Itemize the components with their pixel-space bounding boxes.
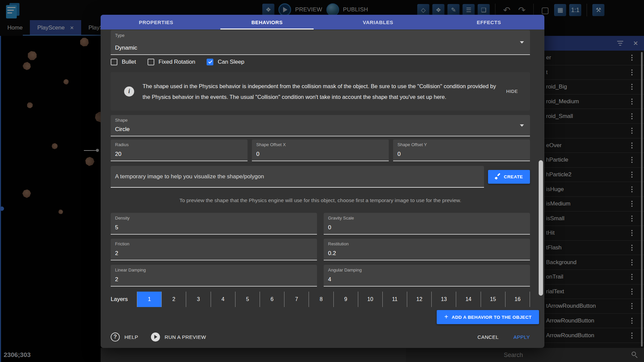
layer-15[interactable]: 15	[481, 292, 505, 307]
layer-11[interactable]: 11	[382, 292, 407, 307]
checkbox-box	[148, 59, 154, 65]
add-behavior-label: ADD A BEHAVIOR TO THE OBJECT	[452, 315, 532, 320]
linear-damping-label: Linear Damping	[115, 267, 146, 273]
friction-label: Friction	[115, 241, 129, 246]
create-label: CREATE	[504, 174, 523, 179]
dialog-tab-properties[interactable]: PROPERTIES	[101, 15, 212, 29]
info-text: The shape used in the Physics behavior i…	[143, 81, 501, 102]
checkbox-row: BulletFixed RotationCan Sleep	[111, 57, 530, 67]
dialog-tabs: PROPERTIESBEHAVIORSVARIABLESEFFECTS	[101, 15, 544, 29]
layer-3[interactable]: 3	[186, 292, 210, 307]
radius-field[interactable]: Radius 20	[111, 139, 248, 161]
density-value: 5	[115, 224, 118, 231]
shape-label: Shape	[115, 118, 128, 123]
info-icon: i	[124, 86, 134, 97]
radius-label: Radius	[115, 142, 128, 147]
damping-row: Linear Damping 2 Angular Damping 4	[111, 265, 530, 287]
layer-cells: 12345678910111213141516	[137, 292, 530, 307]
help-button[interactable]: HELP	[124, 334, 138, 340]
dialog-footer: ? HELP RUN A PREVIEW CANCEL APPLY	[111, 327, 530, 347]
layer-6[interactable]: 6	[260, 292, 284, 307]
gravity-scale-field[interactable]: Gravity Scale 0	[324, 213, 530, 235]
run-play-triangle	[154, 335, 157, 339]
checkbox-fixed-rotation[interactable]: Fixed Rotation	[148, 59, 196, 65]
restitution-field[interactable]: Restitution 0.2	[324, 239, 530, 260]
shape-offset-y-value: 0	[397, 151, 400, 158]
layer-7[interactable]: 7	[284, 292, 309, 307]
plus-icon: +	[444, 313, 448, 321]
checkbox-box	[207, 59, 213, 65]
cancel-button[interactable]: CANCEL	[478, 334, 499, 340]
layers-row: Layers 12345678910111213141516	[111, 291, 530, 308]
checkbox-label: Fixed Rotation	[159, 59, 196, 65]
shape-offset-x-value: 0	[256, 151, 259, 158]
shape-offset-y-label: Shape Offset Y	[397, 142, 427, 147]
hide-note-button[interactable]: HIDE	[506, 89, 518, 94]
chevron-down-icon	[520, 41, 524, 44]
footer-left: ? HELP RUN A PREVIEW	[111, 333, 206, 342]
check-icon	[208, 59, 212, 63]
type-label: Type	[115, 33, 124, 38]
shape-offset-x-label: Shape Offset X	[256, 142, 286, 147]
checkbox-box	[111, 59, 117, 65]
dialog-tab-effects[interactable]: EFFECTS	[433, 15, 544, 29]
layer-14[interactable]: 14	[456, 292, 480, 307]
shape-value: Circle	[115, 126, 129, 133]
layer-9[interactable]: 9	[333, 292, 358, 307]
layer-12[interactable]: 12	[407, 292, 431, 307]
friction-field[interactable]: Friction 2	[111, 239, 317, 260]
temp-image-placeholder: A temporary image to help you visualize …	[115, 173, 264, 180]
info-note: i The shape used in the Physics behavior…	[111, 72, 530, 111]
temp-image-field[interactable]: A temporary image to help you visualize …	[111, 166, 484, 188]
linear-damping-field[interactable]: Linear Damping 2	[111, 265, 317, 287]
type-value: Dynamic	[115, 45, 137, 51]
temp-image-row: A temporary image to help you visualize …	[111, 166, 530, 188]
type-select[interactable]: Type Dynamic	[111, 30, 530, 55]
help-icon[interactable]: ?	[111, 333, 120, 342]
shape-offset-y-field[interactable]: Shape Offset Y 0	[393, 139, 530, 161]
add-behavior-row: + ADD A BEHAVIOR TO THE OBJECT	[111, 310, 539, 324]
physics-behavior-dialog: PROPERTIESBEHAVIORSVARIABLESEFFECTS Type…	[101, 15, 544, 348]
apply-button[interactable]: APPLY	[514, 334, 530, 340]
layer-4[interactable]: 4	[211, 292, 235, 307]
radius-value: 20	[115, 151, 121, 158]
layer-5[interactable]: 5	[235, 292, 260, 307]
restitution-label: Restitution	[328, 241, 348, 246]
restitution-value: 0.2	[328, 250, 336, 257]
checkbox-bullet[interactable]: Bullet	[111, 59, 136, 65]
gravity-scale-label: Gravity Scale	[328, 216, 354, 221]
angular-damping-value: 4	[328, 276, 331, 283]
layers-label: Layers	[111, 296, 137, 303]
footer-right: CANCEL APPLY	[478, 334, 530, 340]
linear-damping-value: 2	[115, 276, 118, 283]
layer-10[interactable]: 10	[358, 292, 382, 307]
dialog-tab-variables[interactable]: VARIABLES	[323, 15, 434, 29]
layer-13[interactable]: 13	[431, 292, 456, 307]
preview-hint: To preview the shape that the Physics en…	[111, 197, 530, 204]
density-field[interactable]: Density 5	[111, 213, 317, 235]
run-preview-button[interactable]: RUN A PREVIEW	[165, 334, 206, 340]
layer-8[interactable]: 8	[309, 292, 333, 307]
create-button[interactable]: CREATE	[488, 170, 530, 184]
layer-16[interactable]: 16	[505, 292, 530, 307]
dialog-tab-behaviors[interactable]: BEHAVIORS	[212, 15, 323, 29]
checkbox-label: Bullet	[122, 59, 136, 65]
checkbox-label: Can Sleep	[218, 59, 244, 65]
angular-damping-field[interactable]: Angular Damping 4	[324, 265, 530, 287]
dialog-body: Type Dynamic BulletFixed RotationCan Sle…	[101, 29, 544, 347]
run-preview-icon[interactable]	[151, 333, 160, 342]
chevron-down-icon	[520, 124, 524, 127]
friction-row: Friction 2 Restitution 0.2	[111, 239, 530, 260]
density-row: Density 5 Gravity Scale 0	[111, 213, 530, 235]
shape-offset-x-field[interactable]: Shape Offset X 0	[252, 139, 389, 161]
layer-1[interactable]: 1	[137, 292, 161, 307]
checkbox-can-sleep[interactable]: Can Sleep	[207, 59, 244, 65]
friction-value: 2	[115, 250, 118, 257]
density-label: Density	[115, 216, 129, 221]
shape-select[interactable]: Shape Circle	[111, 115, 530, 136]
dialog-scrollbar[interactable]	[539, 160, 543, 296]
layer-2[interactable]: 2	[161, 292, 186, 307]
add-behavior-button[interactable]: + ADD A BEHAVIOR TO THE OBJECT	[437, 310, 539, 324]
gravity-scale-value: 0	[328, 224, 331, 231]
brush-icon	[495, 174, 500, 180]
